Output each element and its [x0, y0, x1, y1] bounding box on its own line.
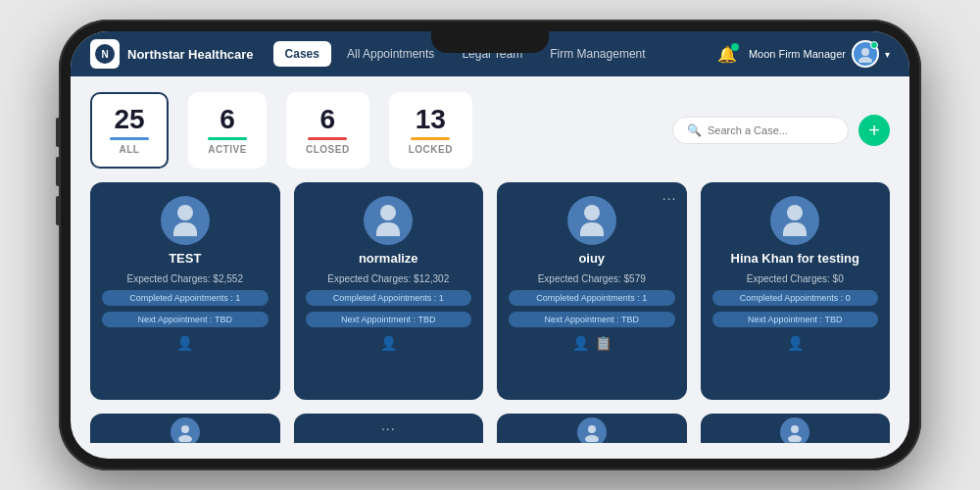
case-card-0[interactable]: TEST Expected Charges: $2,552 Completed … [90, 182, 280, 400]
avatar-head-2 [584, 205, 600, 220]
avatar-body-2 [580, 222, 604, 236]
stat-closed-number: 6 [320, 106, 336, 133]
stat-closed-label: CLOSED [306, 144, 350, 155]
avatar-figure-3 [783, 205, 807, 236]
bottom-cards-row: ··· [90, 414, 890, 443]
person-icon-1: 👤 [380, 335, 397, 351]
case-icons-3: 👤 [787, 335, 804, 351]
case-next-0: Next Appointment : TBD [102, 312, 269, 327]
stat-all-number: 25 [114, 106, 144, 133]
case-completed-0: Completed Appointments : 1 [102, 290, 269, 306]
person-icon-3: 👤 [787, 335, 804, 351]
stat-locked-number: 13 [416, 106, 446, 133]
bottom-card-0[interactable] [90, 414, 280, 443]
case-icons-0: 👤 [176, 335, 193, 351]
case-card-1[interactable]: normalize Expected Charges: $12,302 Comp… [294, 182, 484, 400]
stat-cards: 25 ALL 6 ACTIVE 6 CLOSED [90, 92, 472, 169]
avatar-figure-2 [580, 205, 604, 236]
user-info[interactable]: Moon Firm Manager ▾ [749, 40, 890, 68]
stat-active-number: 6 [220, 106, 235, 133]
search-area: 🔍 + [672, 115, 890, 146]
case-name-3: Hina Khan for testing [731, 251, 859, 268]
svg-point-6 [588, 425, 596, 433]
avatar-body-3 [783, 222, 807, 236]
case-icons-1: 👤 [380, 335, 397, 351]
brand: N Northstar Healthcare [90, 39, 254, 69]
notification-badge [731, 43, 739, 51]
avatar-head-3 [787, 205, 803, 220]
online-indicator [870, 41, 878, 49]
add-case-button[interactable]: + [858, 115, 890, 146]
stat-active[interactable]: 6 ACTIVE [188, 92, 267, 169]
nav-cases[interactable]: Cases [273, 41, 331, 67]
case-card-3[interactable]: Hina Khan for testing Expected Charges: … [701, 182, 891, 400]
main-content: 25 ALL 6 ACTIVE 6 CLOSED [71, 76, 909, 459]
nav-firm[interactable]: Firm Management [538, 41, 657, 67]
avatar-figure-1 [376, 205, 400, 236]
navbar-right: 🔔 Moon Firm Manager ▾ [717, 40, 890, 68]
case-name-2: oiuy [578, 251, 605, 268]
stat-all-bar [110, 137, 149, 140]
nav-links: Cases All Appointments Legal Team Firm M… [273, 41, 717, 67]
svg-text:N: N [101, 49, 108, 60]
stat-closed[interactable]: 6 CLOSED [286, 92, 369, 169]
cases-grid: TEST Expected Charges: $2,552 Completed … [90, 182, 890, 400]
bottom-card-1[interactable]: ··· [294, 414, 484, 443]
search-box: 🔍 [672, 117, 849, 144]
dropdown-arrow: ▾ [885, 49, 890, 60]
bottom-card-menu-1[interactable]: ··· [381, 420, 396, 436]
svg-point-7 [585, 435, 599, 442]
case-next-1: Next Appointment : TBD [306, 312, 472, 327]
bottom-card-3[interactable] [701, 414, 891, 443]
person-icon-0: 👤 [176, 335, 193, 351]
stat-all-label: ALL [120, 144, 140, 155]
avatar-body-0 [173, 222, 197, 236]
stat-locked-label: LOCKED [409, 144, 453, 155]
case-avatar-2 [567, 196, 616, 245]
bell-icon[interactable]: 🔔 [717, 45, 737, 64]
avatar-figure-0 [173, 205, 197, 236]
user-avatar [852, 40, 879, 68]
case-charges-0: Expected Charges: $2,552 [127, 273, 243, 284]
svg-point-4 [181, 425, 189, 433]
stat-all[interactable]: 25 ALL [90, 92, 169, 169]
case-next-3: Next Appointment : TBD [712, 312, 879, 327]
search-input[interactable] [708, 124, 834, 136]
stat-active-bar [208, 137, 247, 140]
case-card-2[interactable]: ··· oiuy Expected Charges: $579 Complete… [497, 182, 687, 400]
avatar-head-1 [380, 205, 396, 220]
stats-row: 25 ALL 6 ACTIVE 6 CLOSED [90, 92, 890, 169]
brand-logo: N [90, 39, 120, 69]
bottom-card-2[interactable] [497, 414, 687, 443]
avatar-body-1 [376, 222, 400, 236]
case-name-0: TEST [169, 251, 201, 268]
svg-point-8 [791, 425, 799, 433]
case-completed-2: Completed Appointments : 1 [509, 290, 675, 306]
stat-closed-bar [308, 137, 347, 140]
bottom-avatar-2 [577, 417, 607, 443]
person-icon-2: 👤 [572, 335, 589, 351]
stat-locked[interactable]: 13 LOCKED [389, 92, 472, 169]
case-avatar-0 [161, 196, 210, 245]
nav-appointments[interactable]: All Appointments [335, 41, 446, 67]
stat-active-label: ACTIVE [208, 144, 247, 155]
case-charges-3: Expected Charges: $0 [747, 273, 844, 284]
avatar-head-0 [177, 205, 193, 220]
case-charges-2: Expected Charges: $579 [538, 273, 646, 284]
card-menu-2[interactable]: ··· [662, 190, 677, 206]
case-completed-1: Completed Appointments : 1 [306, 290, 472, 306]
svg-point-5 [178, 435, 192, 442]
svg-point-2 [861, 48, 869, 56]
doc-icon-2: 📋 [595, 335, 612, 351]
brand-name: Northstar Healthcare [127, 47, 254, 62]
navbar: N Northstar Healthcare Cases All Appoint… [71, 31, 909, 76]
case-avatar-3 [770, 196, 819, 245]
phone-screen: N Northstar Healthcare Cases All Appoint… [71, 31, 909, 459]
case-avatar-1 [364, 196, 413, 245]
case-next-2: Next Appointment : TBD [509, 312, 675, 327]
nav-legal[interactable]: Legal Team [450, 41, 534, 67]
user-name: Moon Firm Manager [749, 48, 846, 60]
case-charges-1: Expected Charges: $12,302 [327, 273, 449, 284]
case-name-1: normalize [359, 251, 418, 268]
case-completed-3: Completed Appointments : 0 [712, 290, 879, 306]
